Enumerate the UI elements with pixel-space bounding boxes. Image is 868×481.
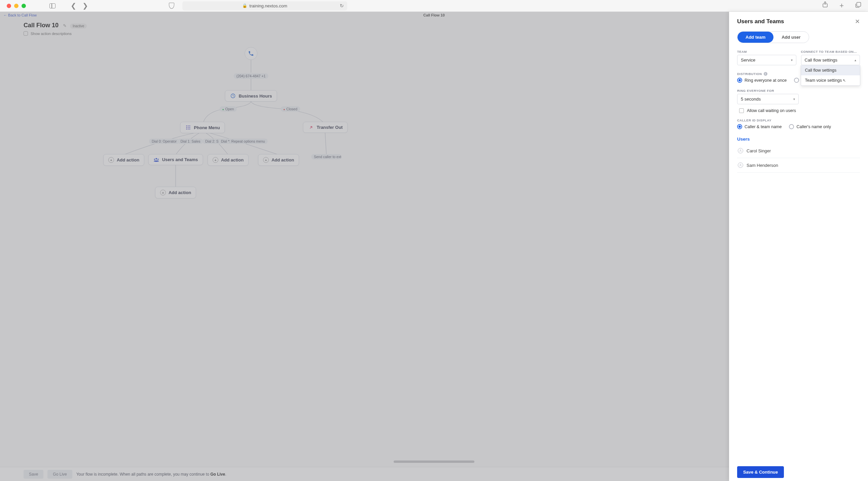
- lock-icon: 🔒: [242, 3, 247, 8]
- reload-icon[interactable]: ↻: [340, 3, 344, 8]
- app-root: ← Back to Call Flow Call Flow 10 Call Fl…: [0, 12, 868, 481]
- team-label: TEAM: [737, 50, 796, 54]
- tabs-icon[interactable]: [855, 2, 861, 10]
- tab-add-user[interactable]: Add user: [773, 32, 808, 43]
- radio-ring-everyone[interactable]: Ring everyone at once: [737, 78, 786, 83]
- list-item[interactable]: Carol Singer: [737, 143, 860, 158]
- url-text: training.nextos.com: [249, 3, 287, 8]
- svg-point-15: [740, 150, 741, 151]
- ring-for-select[interactable]: 5 seconds ▾: [737, 94, 799, 104]
- url-bar[interactable]: 🔒 training.nextos.com ↻: [182, 1, 347, 10]
- svg-rect-1: [857, 2, 861, 6]
- user-icon: [738, 148, 743, 153]
- connect-dropdown: Call flow settings Team voice settings↖: [801, 65, 861, 86]
- team-select[interactable]: Service ▾: [737, 55, 796, 65]
- new-tab-icon[interactable]: +: [839, 1, 844, 10]
- window-controls: [7, 4, 26, 8]
- share-icon[interactable]: [822, 1, 828, 9]
- window-zoom[interactable]: [22, 4, 26, 8]
- connect-option-teamvoice[interactable]: Team voice settings↖: [801, 75, 860, 86]
- privacy-shield-icon[interactable]: [169, 3, 174, 9]
- caller-id-label: CALLER ID DISPLAY: [737, 119, 860, 122]
- connect-select[interactable]: Call flow settings ▴: [801, 55, 860, 65]
- save-continue-button[interactable]: Save & Continue: [737, 466, 784, 478]
- connect-option-callflow[interactable]: Call flow settings: [801, 65, 860, 75]
- connect-label: CONNECT TO TEAM BASED ON...: [801, 50, 860, 54]
- browser-toolbar: ❮ ❯ 🔒 training.nextos.com ↻ +: [0, 0, 868, 12]
- ring-for-label: RING EVERYONE FOR: [737, 89, 799, 93]
- nav-back-icon[interactable]: ❮: [71, 2, 76, 10]
- user-list: Carol Singer Sam Henderson: [737, 143, 860, 172]
- allow-call-waiting-label: Allow call waiting on users: [747, 108, 796, 113]
- tab-add-team[interactable]: Add team: [738, 32, 773, 43]
- chevron-down-icon: ▾: [793, 97, 795, 101]
- close-icon[interactable]: ✕: [855, 18, 860, 25]
- cursor-icon: ↖: [843, 78, 846, 83]
- radio-caller-name-only[interactable]: Caller's name only: [789, 124, 831, 129]
- radio-caller-team-name[interactable]: Caller & team name: [737, 124, 781, 129]
- user-icon: [738, 162, 743, 168]
- toolbar-right: +: [822, 1, 861, 10]
- window-minimize[interactable]: [14, 4, 19, 8]
- sidebar-toggle-icon[interactable]: [50, 3, 56, 8]
- info-icon[interactable]: i: [764, 72, 767, 76]
- drawer-title: Users and Teams: [737, 18, 784, 25]
- users-heading: Users: [737, 136, 860, 141]
- nav-forward-icon[interactable]: ❯: [83, 2, 88, 10]
- list-item[interactable]: Sam Henderson: [737, 158, 860, 172]
- add-tabs: Add team Add user: [737, 31, 809, 43]
- users-teams-drawer: Users and Teams ✕ Add team Add user TEAM…: [729, 12, 868, 481]
- window-close[interactable]: [7, 4, 11, 8]
- svg-point-16: [740, 164, 741, 165]
- nav-arrows: ❮ ❯: [71, 2, 88, 10]
- chevron-down-icon: ▾: [791, 58, 793, 62]
- chevron-up-icon: ▴: [855, 58, 856, 62]
- allow-call-waiting-checkbox[interactable]: [739, 108, 744, 113]
